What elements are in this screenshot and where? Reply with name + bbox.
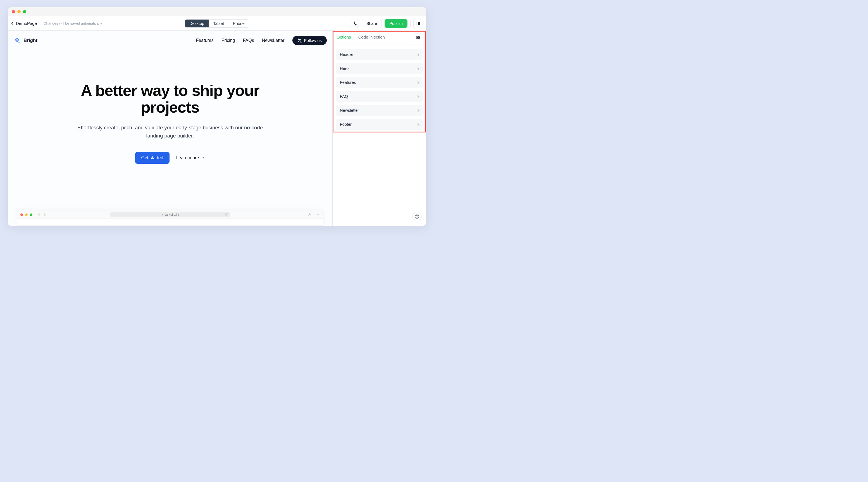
x-twitter-icon: [298, 38, 302, 43]
panel-right-icon: [415, 21, 420, 26]
mock-minimize-icon: [25, 213, 28, 216]
svg-rect-8: [418, 36, 420, 37]
chevron-left-icon: [11, 22, 14, 25]
canvas[interactable]: Bright Features Pricing FAQs NewsLetter …: [8, 31, 332, 226]
tab-code-injection[interactable]: Code injection: [358, 35, 385, 43]
chevron-right-icon: [43, 213, 45, 216]
brand-logo[interactable]: Bright: [13, 37, 37, 44]
section-item-header[interactable]: Header: [336, 49, 423, 60]
properties-panel: Options Code injection Header Hero: [332, 31, 426, 226]
help-button[interactable]: [412, 212, 422, 221]
share-icon: [308, 213, 311, 216]
section-item-hero[interactable]: Hero: [336, 63, 423, 74]
toolbar-right: Share Publish: [350, 19, 422, 28]
svg-rect-3: [162, 215, 163, 215]
page-title: DemoPage: [16, 21, 37, 26]
mock-right-icons: [308, 213, 320, 216]
sparkle-logo-icon: [13, 37, 21, 44]
lock-icon: [161, 213, 163, 216]
plus-icon: [316, 213, 320, 216]
sparkle-icon: [352, 21, 356, 26]
site-header: Bright Features Pricing FAQs NewsLetter …: [8, 31, 332, 50]
nav-newsletter[interactable]: NewsLetter: [262, 38, 285, 43]
viewport-desktop-button[interactable]: Desktop: [185, 20, 209, 27]
section-label: Features: [340, 80, 356, 85]
svg-rect-7: [416, 36, 417, 37]
nav-features[interactable]: Features: [196, 38, 214, 43]
mock-url-bar: earlybird.im: [110, 212, 230, 217]
ai-sparkle-button[interactable]: [350, 19, 359, 28]
chevron-right-icon: [417, 123, 420, 126]
mock-fullscreen-icon: [30, 213, 32, 216]
share-button[interactable]: Share: [362, 19, 382, 28]
browser-mockup: earlybird.im: [17, 211, 323, 226]
section-label: Hero: [340, 66, 348, 71]
chevron-left-icon: [38, 213, 40, 216]
chevron-right-icon: [417, 81, 420, 84]
toolbar: DemoPage Changes will be saved automatic…: [8, 16, 426, 31]
mac-titlebar: [8, 7, 426, 16]
section-label: Header: [340, 52, 353, 57]
section-label: Footer: [340, 122, 351, 127]
nav-faqs[interactable]: FAQs: [243, 38, 254, 43]
publish-button[interactable]: Publish: [384, 19, 407, 28]
section-list: Header Hero Features FAQ Newsletter: [333, 44, 426, 134]
mock-nav-arrows: [38, 214, 45, 215]
chevron-right-icon: [417, 95, 420, 98]
layout-grid-icon: [416, 36, 420, 40]
section-item-footer[interactable]: Footer: [336, 119, 423, 130]
section-label: Newsletter: [340, 108, 359, 113]
nav-pricing[interactable]: Pricing: [221, 38, 235, 43]
chevron-right-icon: [417, 67, 420, 70]
hero-title: A better way to ship your projects: [75, 82, 265, 116]
traffic-fullscreen-icon[interactable]: [23, 10, 26, 13]
chevron-right-icon: [417, 53, 420, 56]
mock-body: [17, 218, 323, 225]
toggle-panel-button[interactable]: [413, 19, 422, 28]
viewport-phone-button[interactable]: Phone: [228, 20, 249, 27]
section-label: FAQ: [340, 94, 348, 99]
follow-label: Follow us: [304, 38, 322, 43]
follow-us-button[interactable]: Follow us: [292, 36, 327, 45]
autosave-status: Changes will be saved automatically: [43, 21, 102, 25]
traffic-close-icon[interactable]: [12, 10, 15, 13]
mock-close-icon: [21, 213, 23, 216]
site-nav: Features Pricing FAQs NewsLetter Follow …: [196, 36, 327, 45]
get-started-button[interactable]: Get started: [135, 152, 169, 164]
panel-tabs: Options Code injection: [333, 31, 426, 44]
hero-cta: Get started Learn more: [75, 152, 265, 164]
viewport-switcher: Desktop Tablet Phone: [185, 19, 249, 28]
arrow-right-icon: [200, 156, 205, 159]
app-window: DemoPage Changes will be saved automatic…: [8, 7, 426, 226]
brand-name: Bright: [24, 38, 37, 43]
question-icon: [414, 214, 420, 219]
learn-more-link[interactable]: Learn more: [176, 155, 205, 160]
section-item-faq[interactable]: FAQ: [336, 91, 423, 102]
section-item-features[interactable]: Features: [336, 77, 423, 88]
traffic-minimize-icon[interactable]: [17, 10, 21, 13]
back-button[interactable]: DemoPage: [12, 21, 37, 26]
hero-section: A better way to ship your projects Effor…: [64, 50, 276, 175]
svg-rect-1: [418, 22, 420, 25]
refresh-icon: [225, 213, 228, 216]
browser-chrome: earlybird.im: [17, 211, 323, 218]
learn-more-label: Learn more: [176, 155, 199, 160]
viewport-tablet-button[interactable]: Tablet: [209, 20, 228, 27]
layout-grid-button[interactable]: [414, 33, 422, 42]
content-area: Bright Features Pricing FAQs NewsLetter …: [8, 31, 426, 226]
chevron-right-icon: [417, 109, 420, 112]
hero-subtitle: Effortlessly create, pitch, and validate…: [75, 124, 265, 140]
svg-rect-10: [418, 38, 420, 38]
svg-rect-9: [416, 38, 417, 38]
section-item-newsletter[interactable]: Newsletter: [336, 105, 423, 116]
mock-url-text: earlybird.im: [164, 213, 179, 216]
tab-options[interactable]: Options: [337, 35, 351, 43]
